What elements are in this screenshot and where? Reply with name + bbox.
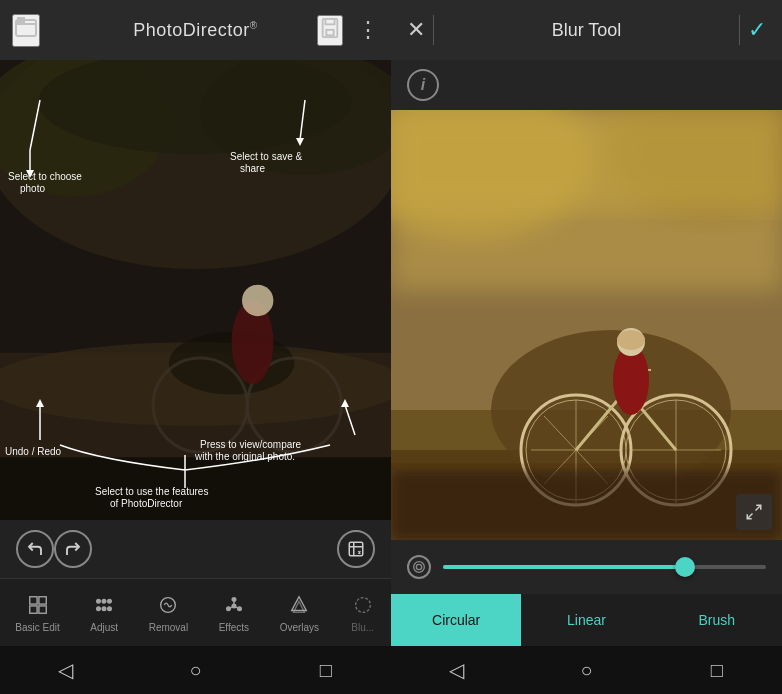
undo-button[interactable]	[16, 530, 54, 568]
mode-tabs: Circular Linear Brush	[391, 594, 782, 646]
blur-slider-fill	[443, 565, 685, 569]
header-right-icons: ⋮	[317, 15, 379, 46]
svg-rect-84	[391, 110, 782, 210]
svg-rect-38	[349, 542, 363, 556]
right-panel: ✕ Blur Tool ✓ i	[391, 0, 782, 694]
compare-button[interactable]	[337, 530, 375, 568]
nav-bar-right: ◁ ○ □	[391, 646, 782, 694]
home-button-right[interactable]: ○	[564, 648, 608, 692]
recent-button-left[interactable]: □	[304, 648, 348, 692]
left-header: PhotoDirector® ⋮	[0, 0, 391, 60]
blur-slider-thumb[interactable]	[675, 557, 695, 577]
confirm-button[interactable]: ✓	[748, 17, 766, 43]
tool-adjust[interactable]: Adjust	[90, 592, 118, 633]
header-divider-2	[739, 15, 740, 45]
info-button[interactable]: i	[407, 69, 439, 101]
svg-point-48	[108, 607, 112, 611]
tool-removal[interactable]: Removal	[149, 592, 188, 633]
svg-line-55	[230, 607, 233, 608]
svg-rect-42	[38, 606, 45, 613]
removal-icon	[155, 592, 181, 618]
tab-linear[interactable]: Linear	[521, 594, 651, 646]
home-button-left[interactable]: ○	[173, 648, 217, 692]
tool-removal-label: Removal	[149, 622, 188, 633]
svg-rect-5	[326, 29, 333, 35]
svg-rect-85	[391, 470, 782, 540]
svg-point-45	[108, 600, 112, 604]
svg-rect-18	[0, 457, 391, 520]
svg-point-44	[102, 600, 106, 604]
svg-point-17	[242, 285, 273, 316]
slider-area	[391, 540, 782, 594]
tab-circular[interactable]: Circular	[391, 594, 521, 646]
header-divider	[433, 15, 434, 45]
controls-bar	[0, 520, 391, 578]
svg-line-87	[747, 514, 752, 519]
svg-point-83	[617, 330, 645, 350]
tool-blur[interactable]: Blu...	[350, 592, 376, 633]
tool-basic-edit[interactable]: Basic Edit	[15, 592, 59, 633]
menu-button[interactable]: ⋮	[357, 17, 379, 43]
tool-overlays[interactable]: Overlays	[280, 592, 319, 633]
right-header: ✕ Blur Tool ✓	[391, 0, 782, 60]
choose-photo-button[interactable]	[12, 14, 40, 47]
svg-point-51	[227, 607, 231, 611]
basic-edit-icon	[25, 592, 51, 618]
left-panel: PhotoDirector® ⋮	[0, 0, 391, 694]
tab-brush[interactable]: Brush	[652, 594, 782, 646]
photo-area-right	[391, 110, 782, 540]
tools-bar: Basic Edit Adjust	[0, 578, 391, 646]
nav-bar-left: ◁ ○ □	[0, 646, 391, 694]
svg-point-59	[355, 598, 370, 613]
blur-tool-title: Blur Tool	[442, 20, 731, 41]
svg-rect-4	[325, 18, 334, 24]
save-share-button[interactable]	[317, 15, 343, 46]
expand-button[interactable]	[736, 494, 772, 530]
close-button[interactable]: ✕	[407, 17, 425, 43]
svg-point-88	[414, 562, 425, 573]
tool-adjust-label: Adjust	[90, 622, 118, 633]
back-button-left[interactable]: ◁	[43, 648, 87, 692]
svg-rect-40	[38, 597, 45, 604]
svg-marker-57	[292, 597, 307, 611]
tool-overlays-label: Overlays	[280, 622, 319, 633]
svg-point-43	[97, 600, 101, 604]
redo-button[interactable]	[54, 530, 92, 568]
info-bar: i	[391, 60, 782, 110]
svg-point-50	[232, 598, 236, 602]
overlays-icon	[286, 592, 312, 618]
blur-icon	[350, 592, 376, 618]
adjust-icon	[91, 592, 117, 618]
photo-area-left: Select to choose photo Select to save & …	[0, 60, 391, 520]
tool-basic-edit-label: Basic Edit	[15, 622, 59, 633]
svg-point-89	[416, 564, 421, 569]
svg-line-86	[756, 505, 761, 510]
recent-button-right[interactable]: □	[695, 648, 739, 692]
blur-slider-track	[443, 565, 766, 569]
svg-point-47	[102, 607, 106, 611]
tool-effects[interactable]: Effects	[219, 592, 249, 633]
svg-line-56	[235, 607, 238, 608]
svg-point-46	[97, 607, 101, 611]
svg-point-52	[238, 607, 242, 611]
svg-rect-41	[29, 606, 36, 613]
blur-amount-icon	[407, 555, 431, 579]
reg-mark: ®	[250, 20, 258, 31]
app-name-text: PhotoDirector	[133, 20, 250, 40]
tool-blur-label: Blu...	[351, 622, 374, 633]
svg-rect-39	[29, 597, 36, 604]
app-title: PhotoDirector®	[133, 20, 257, 41]
effects-icon	[221, 592, 247, 618]
back-button-right[interactable]: ◁	[434, 648, 478, 692]
blur-slider-container	[443, 565, 766, 569]
tool-effects-label: Effects	[219, 622, 249, 633]
